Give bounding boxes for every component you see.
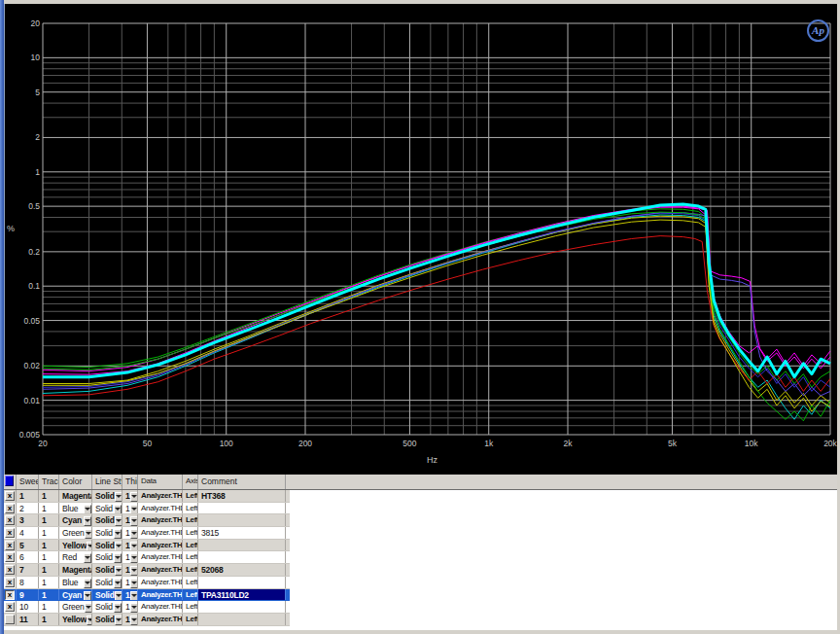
axis-cell[interactable]: Left — [183, 564, 198, 576]
table-row[interactable]: x101GreenSolid1Analyzer.THD+NLeft — [4, 601, 290, 614]
trace-number-cell[interactable]: 1 — [39, 503, 59, 514]
axis-cell[interactable]: Left — [183, 551, 198, 563]
sweep-enabled-checkbox[interactable]: x — [5, 578, 15, 587]
data-source-cell[interactable]: Analyzer.THD+N — [138, 490, 183, 502]
data-source-cell[interactable]: Analyzer.THD+N — [138, 614, 183, 625]
sweep-number-cell[interactable]: 11 — [17, 614, 39, 625]
header-trace[interactable]: Trace — [39, 475, 59, 489]
line-style-cell[interactable]: Solid — [92, 540, 122, 551]
header-sweep[interactable]: Sweep — [17, 475, 39, 489]
data-source-cell[interactable]: Analyzer.THD+N — [138, 589, 183, 601]
line-style-cell[interactable]: Solid — [92, 614, 122, 625]
dropdown-arrow-icon[interactable] — [84, 591, 91, 601]
sweep-enabled-checkbox[interactable]: x — [5, 565, 15, 575]
dropdown-arrow-icon[interactable] — [84, 579, 91, 588]
thick-cell[interactable]: 1 — [122, 490, 138, 502]
color-cell[interactable]: Red — [59, 551, 92, 563]
axis-cell[interactable]: Left — [183, 540, 198, 551]
trace-number-cell[interactable]: 1 — [39, 589, 59, 601]
sweep-number-cell[interactable]: 2 — [17, 503, 39, 514]
color-cell[interactable]: Blue — [59, 503, 92, 514]
dropdown-arrow-icon[interactable] — [85, 603, 92, 613]
line-style-cell[interactable]: Solid — [92, 577, 122, 588]
dropdown-arrow-icon[interactable] — [130, 529, 138, 539]
table-row[interactable]: x41GreenSolid1Analyzer.THD+NLeft3815 — [4, 527, 290, 540]
table-row[interactable]: x31CyanSolid1Analyzer.THD+NLeft — [4, 514, 290, 527]
dropdown-arrow-icon[interactable] — [115, 492, 122, 502]
dropdown-arrow-icon[interactable] — [130, 505, 138, 514]
table-row[interactable]: x51YellowSolid1Analyzer.THD+NLeft — [4, 540, 290, 552]
line-style-cell[interactable]: Solid — [92, 490, 122, 502]
header-line-style[interactable]: Line Style — [92, 475, 122, 489]
trace-number-cell[interactable]: 1 — [39, 490, 59, 502]
comment-cell[interactable] — [198, 577, 286, 588]
comment-cell[interactable] — [198, 503, 286, 514]
thick-cell[interactable]: 1 — [122, 614, 138, 625]
header-comment[interactable]: Comment — [198, 475, 286, 489]
header-data[interactable]: Data — [138, 475, 183, 489]
table-row[interactable]: 111YellowSolid1Analyzer.THD+NLeft — [4, 614, 290, 626]
table-row[interactable]: x61RedSolid1Analyzer.THD+NLeft — [4, 551, 290, 564]
comment-cell[interactable] — [198, 601, 286, 613]
comment-cell[interactable] — [198, 514, 286, 526]
dropdown-arrow-icon[interactable] — [130, 516, 138, 526]
dropdown-arrow-icon[interactable] — [130, 566, 138, 576]
trace-number-cell[interactable]: 1 — [39, 577, 59, 588]
thick-cell[interactable]: 1 — [122, 503, 138, 514]
line-style-cell[interactable]: Solid — [92, 601, 122, 613]
dropdown-arrow-icon[interactable] — [114, 505, 122, 514]
dropdown-arrow-icon[interactable] — [115, 542, 122, 551]
dropdown-arrow-icon[interactable] — [115, 566, 122, 576]
comment-cell[interactable] — [198, 614, 286, 625]
thick-cell[interactable]: 1 — [122, 514, 138, 526]
sweep-enabled-checkbox[interactable]: x — [5, 552, 15, 562]
thick-cell[interactable]: 1 — [122, 564, 138, 576]
sweep-enabled-checkbox[interactable]: x — [5, 491, 15, 501]
dropdown-arrow-icon[interactable] — [115, 591, 122, 601]
sweep-number-cell[interactable]: 7 — [17, 564, 39, 576]
color-cell[interactable]: Yellow — [59, 540, 92, 551]
dropdown-arrow-icon[interactable] — [84, 553, 91, 563]
color-cell[interactable]: Magenta — [59, 490, 92, 502]
dropdown-arrow-icon[interactable] — [130, 553, 138, 563]
thick-cell[interactable]: 1 — [122, 601, 138, 613]
table-row[interactable]: x91CyanSolid1Analyzer.THD+NLeftTPA3110LD… — [4, 589, 290, 602]
table-row[interactable]: x11MagentaSolid1Analyzer.THD+NLeftHT368 — [4, 490, 290, 503]
thick-cell[interactable]: 1 — [122, 527, 138, 539]
header-axis[interactable]: Axis — [183, 475, 198, 489]
comment-cell[interactable] — [198, 551, 286, 563]
sweep-number-cell[interactable]: 9 — [17, 589, 39, 601]
color-cell[interactable]: Magenta — [59, 564, 92, 576]
data-source-cell[interactable]: Analyzer.THD+N — [138, 527, 183, 539]
sweep-number-cell[interactable]: 4 — [17, 527, 39, 539]
sweep-enabled-checkbox[interactable] — [5, 615, 15, 624]
dropdown-arrow-icon[interactable] — [114, 579, 122, 588]
data-source-cell[interactable]: Analyzer.THD+N — [138, 577, 183, 588]
thick-cell[interactable]: 1 — [122, 589, 138, 601]
trace-number-cell[interactable]: 1 — [39, 540, 59, 551]
data-source-cell[interactable]: Analyzer.THD+N — [138, 514, 183, 526]
dropdown-arrow-icon[interactable] — [130, 591, 138, 601]
header-thick[interactable]: Thick — [122, 475, 138, 489]
trace-number-cell[interactable]: 1 — [39, 527, 59, 539]
comment-cell[interactable]: HT368 — [198, 490, 286, 502]
sweep-number-cell[interactable]: 5 — [17, 540, 39, 551]
color-cell[interactable]: Green — [59, 601, 92, 613]
sweep-number-cell[interactable]: 6 — [17, 551, 39, 563]
select-all-corner-cell[interactable] — [4, 475, 17, 489]
dropdown-arrow-icon[interactable] — [114, 603, 122, 613]
table-row[interactable]: x71MagentaSolid1Analyzer.THD+NLeft52068 — [4, 564, 290, 577]
dropdown-arrow-icon[interactable] — [130, 603, 138, 613]
data-source-cell[interactable]: Analyzer.THD+N — [138, 540, 183, 551]
trace-number-cell[interactable]: 1 — [39, 551, 59, 563]
axis-cell[interactable]: Left — [183, 601, 198, 613]
color-cell[interactable]: Cyan — [59, 514, 92, 526]
dropdown-arrow-icon[interactable] — [85, 529, 92, 539]
line-style-cell[interactable]: Solid — [92, 589, 122, 601]
thick-cell[interactable]: 1 — [122, 551, 138, 563]
sweep-number-cell[interactable]: 8 — [17, 577, 39, 588]
table-row[interactable]: x81BlueSolid1Analyzer.THD+NLeft — [4, 577, 290, 589]
data-source-cell[interactable]: Analyzer.THD+N — [138, 551, 183, 563]
trace-number-cell[interactable]: 1 — [39, 514, 59, 526]
line-style-cell[interactable]: Solid — [92, 514, 122, 526]
